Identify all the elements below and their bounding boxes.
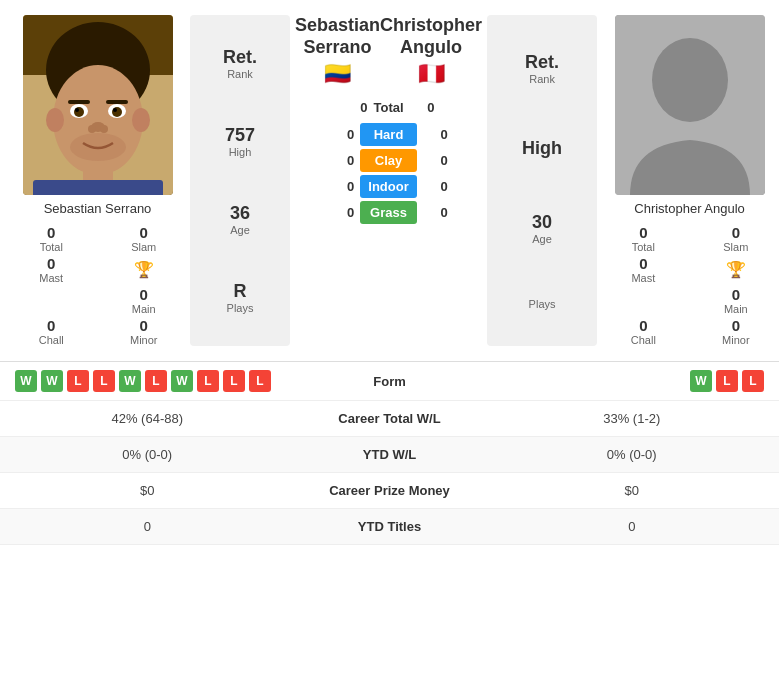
- player-left-photo: [23, 15, 173, 195]
- left-chall-label: Chall: [39, 334, 64, 346]
- stats-row-left-0: 42% (64-88): [15, 411, 280, 426]
- stats-row-2: $0 Career Prize Money $0: [0, 473, 779, 509]
- stats-row-left-1: 0% (0-0): [15, 447, 280, 462]
- left-center-stats-box: Ret. Rank 757 High 36 Age R Plays: [190, 15, 290, 346]
- surface-left-2: 0: [329, 179, 354, 194]
- right-total-cell: 0 Total: [602, 224, 685, 253]
- left-trophy-icon: 🏆: [134, 260, 154, 279]
- left-main-value: 0: [140, 286, 148, 303]
- stats-row-right-0: 33% (1-2): [500, 411, 765, 426]
- player-left: Sebastian Serrano 0 Total 0 Slam 0 Mast …: [10, 15, 185, 346]
- stats-row-center-0: Career Total W/L: [280, 411, 500, 426]
- form-right-badge-2: L: [742, 370, 764, 392]
- form-right: WLL: [480, 370, 765, 392]
- stats-row-left-2: $0: [15, 483, 280, 498]
- left-name-line2: Serrano: [304, 37, 372, 57]
- left-mast-cell: 0 Mast: [10, 255, 93, 284]
- surface-right-1: 0: [423, 153, 448, 168]
- right-high-value: High: [522, 138, 562, 159]
- left-name-line1: Sebastian: [295, 15, 380, 35]
- surface-row-hard: 0 Hard 0: [329, 123, 447, 146]
- right-age-label: Age: [532, 233, 552, 245]
- right-slam-cell: 0 Slam: [695, 224, 778, 253]
- form-row: WWLLWLWLLL Form WLL: [0, 362, 779, 401]
- left-slam-label: Slam: [131, 241, 156, 253]
- player-right-stats: 0 Total 0 Slam 0 Mast 🏆 0 Main: [602, 224, 777, 346]
- player-right-svg: [615, 15, 765, 195]
- stats-row-0: 42% (64-88) Career Total W/L 33% (1-2): [0, 401, 779, 437]
- right-rank-block: Ret. Rank: [525, 52, 559, 85]
- right-high-block: High: [522, 138, 562, 159]
- right-name-line1: Christopher: [380, 15, 482, 35]
- total-label: Total: [373, 100, 403, 115]
- right-main-label: Main: [724, 303, 748, 315]
- left-total-value: 0: [47, 224, 55, 241]
- left-total-cell: 0 Total: [10, 224, 93, 253]
- surface-right-0: 0: [423, 127, 448, 142]
- left-plays-value: R: [227, 281, 254, 302]
- player-left-name: Sebastian Serrano: [44, 201, 152, 216]
- right-age-value: 30: [532, 212, 552, 233]
- svg-point-21: [652, 38, 728, 122]
- stats-row-center-1: YTD W/L: [280, 447, 500, 462]
- bottom-section: WWLLWLWLLL Form WLL 42% (64-88) Career T…: [0, 361, 779, 545]
- surface-badge-hard: Hard: [360, 123, 416, 146]
- surface-badge-indoor: Indoor: [360, 175, 416, 198]
- stats-row-right-1: 0% (0-0): [500, 447, 765, 462]
- form-right-badge-0: W: [690, 370, 712, 392]
- left-age-label: Age: [230, 224, 250, 236]
- svg-point-16: [100, 125, 108, 133]
- right-main-value: 0: [732, 286, 740, 303]
- form-center-label: Form: [300, 374, 480, 389]
- right-slam-label: Slam: [723, 241, 748, 253]
- left-plays-block: R Plays: [227, 281, 254, 314]
- left-main-label: Main: [132, 303, 156, 315]
- right-age-block: 30 Age: [532, 212, 552, 245]
- form-left-badge-0: W: [15, 370, 37, 392]
- surface-badge-clay: Clay: [360, 149, 416, 172]
- form-left-badge-4: W: [119, 370, 141, 392]
- player-right: Christopher Angulo 0 Total 0 Slam 0 Mast…: [602, 15, 777, 346]
- left-flag: 🇨🇴: [295, 61, 380, 87]
- left-rank-block: Ret. Rank: [223, 47, 257, 80]
- stats-rows-container: 42% (64-88) Career Total W/L 33% (1-2) 0…: [0, 401, 779, 545]
- total-surface-row: 0 Total 0: [342, 100, 434, 115]
- left-high-label: High: [225, 146, 255, 158]
- right-player-name-top: Christopher Angulo: [380, 15, 482, 58]
- right-minor-label: Minor: [722, 334, 750, 346]
- middle-section: Sebastian Serrano 🇨🇴 Christopher Angulo …: [295, 15, 482, 346]
- right-chall-label: Chall: [631, 334, 656, 346]
- right-mast-value: 0: [639, 255, 647, 272]
- left-minor-value: 0: [140, 317, 148, 334]
- player-left-svg: [23, 15, 173, 195]
- stats-row-right-3: 0: [500, 519, 765, 534]
- player-right-photo: [615, 15, 765, 195]
- left-age-value: 36: [230, 203, 250, 224]
- svg-point-5: [132, 108, 150, 132]
- svg-rect-6: [68, 100, 90, 104]
- right-total-value: 0: [639, 224, 647, 241]
- stats-row-3: 0 YTD Titles 0: [0, 509, 779, 545]
- top-section: Sebastian Serrano 0 Total 0 Slam 0 Mast …: [0, 0, 779, 356]
- svg-rect-7: [106, 100, 128, 104]
- right-center-stats-box: Ret. Rank High 30 Age Plays: [487, 15, 597, 346]
- right-name-line2: Angulo: [400, 37, 462, 57]
- right-minor-value: 0: [732, 317, 740, 334]
- right-chall-value: 0: [639, 317, 647, 334]
- stats-row-center-3: YTD Titles: [280, 519, 500, 534]
- right-plays-block: Plays: [529, 298, 556, 310]
- right-flag: 🇵🇪: [380, 61, 482, 87]
- left-player-name-top: Sebastian Serrano: [295, 15, 380, 58]
- total-right-val: 0: [410, 100, 435, 115]
- player-right-name: Christopher Angulo: [634, 201, 745, 216]
- surface-left-3: 0: [329, 205, 354, 220]
- form-left-badge-2: L: [67, 370, 89, 392]
- stats-row-right-2: $0: [500, 483, 765, 498]
- svg-point-4: [46, 108, 64, 132]
- right-minor-cell: 0 Minor: [695, 317, 778, 346]
- surface-right-3: 0: [423, 205, 448, 220]
- left-plays-label: Plays: [227, 302, 254, 314]
- left-slam-value: 0: [140, 224, 148, 241]
- surface-left-1: 0: [329, 153, 354, 168]
- right-plays-label: Plays: [529, 298, 556, 310]
